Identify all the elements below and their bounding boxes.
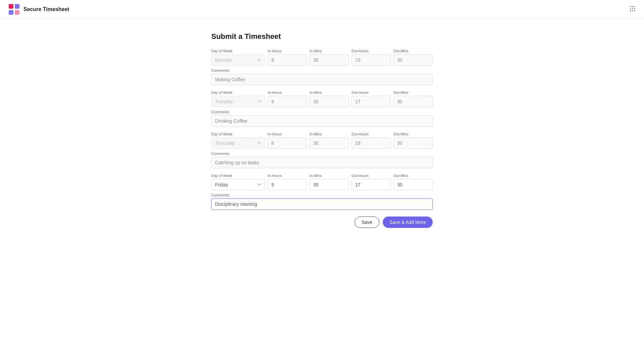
out-mins-3-label: Out-Mins: [393, 132, 433, 136]
svg-point-4: [630, 6, 631, 7]
svg-rect-0: [9, 4, 13, 9]
in-mins-3-label: In-Mins: [310, 132, 349, 136]
in-hours-2-label: In-Hours: [268, 90, 307, 95]
day-of-week-select-2: MondayTuesdayWednesdayThursdayFridaySatu…: [211, 96, 265, 107]
in-mins-1-input: [310, 54, 349, 66]
day-of-week-group-2: Day of WeekMondayTuesdayWednesdayThursda…: [211, 90, 265, 107]
in-hours-1-label: In-Hours: [268, 49, 307, 53]
in-mins-2-group: In-Mins: [310, 90, 349, 107]
timesheet-entry-1: Day of WeekMondayTuesdayWednesdayThursda…: [211, 49, 433, 85]
out-mins-3-input: [393, 137, 433, 149]
comments-row-2: Comments: [211, 110, 433, 127]
buttons-row: Save Save & Add More: [211, 217, 433, 228]
fields-row-1: Day of WeekMondayTuesdayWednesdayThursda…: [211, 49, 433, 66]
in-mins-2-label: In-Mins: [310, 90, 349, 95]
in-hours-2-input: [268, 96, 307, 107]
svg-point-11: [632, 10, 633, 11]
in-hours-3-group: In-Hours: [268, 132, 307, 149]
in-hours-1-input: [268, 54, 307, 66]
svg-point-7: [630, 8, 631, 9]
out-mins-1-label: Out-Mins: [393, 49, 433, 53]
day-of-week-label-3: Day of Week: [211, 132, 265, 136]
in-hours-3-label: In-Hours: [268, 132, 307, 136]
day-of-week-select-4[interactable]: MondayTuesdayWednesdayThursdayFridaySatu…: [211, 179, 265, 190]
out-mins-2-input: [393, 96, 433, 107]
in-hours-1-group: In-Hours: [268, 49, 307, 66]
svg-point-6: [634, 6, 635, 7]
day-of-week-select-1: MondayTuesdayWednesdayThursdayFridaySatu…: [211, 54, 265, 66]
in-hours-4-group: In-Hours: [268, 174, 307, 190]
out-mins-4-group: Out-Mins: [393, 174, 433, 190]
save-add-more-button[interactable]: Save & Add More: [383, 217, 433, 228]
out-hours-3-input: [352, 137, 391, 149]
svg-point-8: [632, 8, 633, 9]
in-mins-3-input: [310, 137, 349, 149]
in-mins-1-label: In-Mins: [310, 49, 349, 53]
in-mins-1-group: In-Mins: [310, 49, 349, 66]
fields-row-3: Day of WeekMondayTuesdayWednesdayThursda…: [211, 132, 433, 149]
out-hours-3-label: Out-Hours: [352, 132, 391, 136]
out-mins-3-group: Out-Mins: [393, 132, 433, 149]
out-mins-4-label: Out-Mins: [393, 174, 433, 178]
out-mins-2-label: Out-Mins: [393, 90, 433, 95]
app-logo: [8, 3, 20, 15]
comments-row-1: Comments: [211, 68, 433, 85]
timesheet-entry-4: Day of WeekMondayTuesdayWednesdayThursda…: [211, 174, 433, 210]
day-of-week-label-2: Day of Week: [211, 90, 265, 95]
out-hours-4-group: Out-Hours: [352, 174, 391, 190]
comments-row-3: Comments: [211, 152, 433, 168]
day-of-week-select-3: MondayTuesdayWednesdayThursdayFridaySatu…: [211, 137, 265, 149]
day-of-week-group-3: Day of WeekMondayTuesdayWednesdayThursda…: [211, 132, 265, 149]
svg-point-12: [634, 10, 635, 11]
timesheet-entry-3: Day of WeekMondayTuesdayWednesdayThursda…: [211, 132, 433, 168]
out-mins-1-group: Out-Mins: [393, 49, 433, 66]
out-hours-1-group: Out-Hours: [352, 49, 391, 66]
svg-point-5: [632, 6, 633, 7]
fields-row-4: Day of WeekMondayTuesdayWednesdayThursda…: [211, 174, 433, 190]
out-mins-2-group: Out-Mins: [393, 90, 433, 107]
comments-label-1: Comments: [211, 68, 433, 72]
in-mins-4-label: In-Mins: [310, 174, 349, 178]
in-hours-3-input: [268, 137, 307, 149]
in-mins-3-group: In-Mins: [310, 132, 349, 149]
comments-label-2: Comments: [211, 110, 433, 114]
timesheet-entry-2: Day of WeekMondayTuesdayWednesdayThursda…: [211, 90, 433, 127]
svg-rect-3: [15, 10, 19, 15]
comments-input-4[interactable]: [211, 198, 433, 210]
in-hours-2-group: In-Hours: [268, 90, 307, 107]
page-title: Submit a Timesheet: [211, 32, 433, 41]
out-hours-2-group: Out-Hours: [352, 90, 391, 107]
grid-menu-icon[interactable]: [629, 5, 636, 13]
out-mins-1-input: [393, 54, 433, 66]
svg-rect-1: [15, 4, 19, 9]
out-hours-4-label: Out-Hours: [352, 174, 391, 178]
in-mins-4-group: In-Mins: [310, 174, 349, 190]
out-hours-2-label: Out-Hours: [352, 90, 391, 95]
svg-point-10: [630, 10, 631, 11]
comments-input-1: [211, 74, 433, 85]
comments-row-4: Comments: [211, 193, 433, 210]
svg-point-9: [634, 8, 635, 9]
out-hours-4-input[interactable]: [352, 179, 391, 190]
timesheet-entries: Day of WeekMondayTuesdayWednesdayThursda…: [211, 49, 433, 210]
comments-label-4: Comments: [211, 193, 433, 197]
in-hours-4-label: In-Hours: [268, 174, 307, 178]
out-hours-1-input: [352, 54, 391, 66]
in-mins-4-input[interactable]: [310, 179, 349, 190]
app-title: Secure Timesheet: [23, 6, 69, 12]
svg-rect-2: [9, 10, 13, 15]
header-left: Secure Timesheet: [8, 3, 69, 15]
comments-input-2: [211, 115, 433, 127]
out-mins-4-input[interactable]: [393, 179, 433, 190]
save-button[interactable]: Save: [355, 217, 379, 228]
in-hours-4-input[interactable]: [268, 179, 307, 190]
out-hours-3-group: Out-Hours: [352, 132, 391, 149]
in-mins-2-input: [310, 96, 349, 107]
out-hours-1-label: Out-Hours: [352, 49, 391, 53]
fields-row-2: Day of WeekMondayTuesdayWednesdayThursda…: [211, 90, 433, 107]
day-of-week-label-1: Day of Week: [211, 49, 265, 53]
day-of-week-group-4: Day of WeekMondayTuesdayWednesdayThursda…: [211, 174, 265, 190]
day-of-week-label-4: Day of Week: [211, 174, 265, 178]
day-of-week-group-1: Day of WeekMondayTuesdayWednesdayThursda…: [211, 49, 265, 66]
comments-label-3: Comments: [211, 152, 433, 156]
